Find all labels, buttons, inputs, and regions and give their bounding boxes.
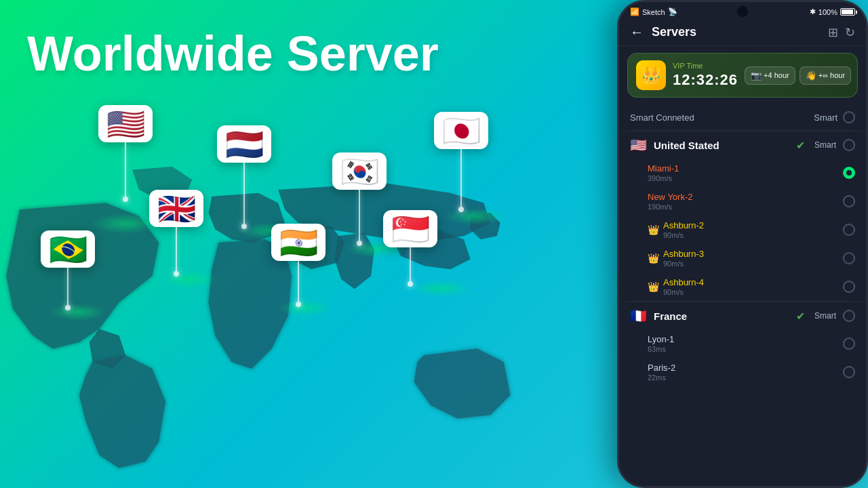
status-left: 📶 Sketch 📡 xyxy=(630,7,677,16)
status-app-name: Sketch xyxy=(642,8,665,16)
ashburn3-radio[interactable] xyxy=(843,252,855,264)
wave-icon: 👋 xyxy=(806,70,816,81)
flag-brazil: 🇧🇷 xyxy=(41,230,95,268)
paris2-speed: 22ms xyxy=(648,373,843,382)
status-right: ✱ 100% xyxy=(810,7,855,16)
lyon1-radio[interactable] xyxy=(843,338,855,350)
server-row-ashburn4[interactable]: 👑 Ashburn-4 90m/s xyxy=(619,272,866,301)
usa-country-name: United Stated xyxy=(654,140,789,151)
smart-connected-label: Smart Conneted xyxy=(630,113,694,123)
france-flag-icon: 🇫🇷 xyxy=(630,308,647,324)
ashburn4-vip-icon: 👑 xyxy=(648,281,659,292)
signal-icon: 📶 xyxy=(630,7,639,16)
flag-pin-brazil: 🇧🇷 xyxy=(41,230,95,310)
lyon1-name: Lyon-1 xyxy=(648,334,843,344)
ashburn4-name: Ashburn-4 xyxy=(663,277,843,287)
vip-info: VIP Time 12:32:26 xyxy=(673,62,738,89)
france-smart-label: Smart xyxy=(814,311,836,321)
ashburn2-info: Ashburn-2 90m/s xyxy=(663,220,843,239)
smart-connected-radio[interactable] xyxy=(843,111,855,123)
vip-add-4hour-button[interactable]: 📷 +4 hour xyxy=(745,66,795,85)
filter-icon[interactable]: ⊞ xyxy=(828,25,838,40)
nav-bar: ← Servers ⊞ ↻ xyxy=(619,19,866,46)
usa-checkmark: ✔ xyxy=(796,139,805,152)
usa-radio[interactable] xyxy=(843,139,855,151)
flag-pin-singapore: 🇸🇬 xyxy=(383,210,437,287)
ashburn4-speed: 90m/s xyxy=(663,288,843,296)
vip-add-infinite-button[interactable]: 👋 +∞ hour xyxy=(800,66,851,85)
battery-percent: 100% xyxy=(818,8,837,16)
newyork2-name: New York-2 xyxy=(648,192,843,202)
vip-btn1-label: +4 hour xyxy=(764,71,789,79)
bluetooth-icon: ✱ xyxy=(810,7,816,16)
miami1-radio[interactable] xyxy=(843,167,855,179)
flag-india: 🇮🇳 xyxy=(271,224,326,261)
newyork2-speed: 190m/s xyxy=(648,203,843,211)
flag-pin-uk: 🇬🇧 xyxy=(149,190,203,277)
back-button[interactable]: ← xyxy=(630,24,644,40)
france-radio[interactable] xyxy=(843,310,855,322)
left-section: Worldwide Server xyxy=(0,0,580,488)
miami1-info: Miami-1 390m/s xyxy=(648,163,843,182)
flag-pin-korea: 🇰🇷 xyxy=(332,152,387,246)
flag-usa: 🇺🇸 xyxy=(98,105,153,142)
flag-korea: 🇰🇷 xyxy=(332,152,387,190)
refresh-icon[interactable]: ↻ xyxy=(845,25,855,40)
server-row-newyork2[interactable]: New York-2 190m/s xyxy=(619,187,866,216)
server-row-miami1[interactable]: Miami-1 390m/s xyxy=(619,159,866,187)
country-row-usa[interactable]: 🇺🇸 United Stated ✔ Smart xyxy=(619,131,866,159)
vip-time: 12:32:26 xyxy=(673,71,738,89)
flag-japan: 🇯🇵 xyxy=(434,112,488,149)
camera-notch xyxy=(737,6,748,17)
ashburn3-info: Ashburn-3 90m/s xyxy=(663,249,843,268)
nav-title: Servers xyxy=(652,25,820,39)
vip-label: VIP Time xyxy=(673,62,738,70)
vip-buttons: 📷 +4 hour 👋 +∞ hour xyxy=(745,66,851,85)
vip-crown-icon: 👑 xyxy=(636,60,666,90)
wifi-icon: 📡 xyxy=(668,7,677,16)
usa-flag-icon: 🇺🇸 xyxy=(630,137,647,153)
server-list[interactable]: Smart Conneted Smart 🇺🇸 United Stated ✔ … xyxy=(619,104,866,486)
ashburn3-name: Ashburn-3 xyxy=(663,249,843,259)
server-row-ashburn2[interactable]: 👑 Ashburn-2 90m/s xyxy=(619,216,866,244)
country-row-france[interactable]: 🇫🇷 France ✔ Smart xyxy=(619,302,866,329)
smart-connected-right: Smart xyxy=(814,111,855,123)
ashburn3-speed: 90m/s xyxy=(663,260,843,268)
lyon1-info: Lyon-1 63ms xyxy=(648,334,843,353)
usa-smart-label: Smart xyxy=(814,140,836,150)
paris2-info: Paris-2 22ms xyxy=(648,363,843,382)
ashburn4-info: Ashburn-4 90m/s xyxy=(663,277,843,296)
camera-icon: 📷 xyxy=(751,70,762,81)
flag-netherlands: 🇳🇱 xyxy=(217,125,271,163)
ashburn4-radio[interactable] xyxy=(843,281,855,293)
server-row-ashburn3[interactable]: 👑 Ashburn-3 90m/s xyxy=(619,244,866,272)
flag-uk: 🇬🇧 xyxy=(149,190,203,227)
nav-icons: ⊞ ↻ xyxy=(828,25,855,40)
smart-connected-smart-label: Smart xyxy=(814,113,837,123)
ashburn2-name: Ashburn-2 xyxy=(663,220,843,230)
server-row-paris2[interactable]: Paris-2 22ms xyxy=(619,358,866,386)
miami1-name: Miami-1 xyxy=(648,163,843,174)
france-checkmark: ✔ xyxy=(796,310,805,323)
flag-pin-india: 🇮🇳 xyxy=(271,224,326,307)
phone-mockup: 📶 Sketch 📡 ✱ 100% ← Servers ⊞ ↻ 👑 VIP Ti… xyxy=(617,0,868,488)
vip-btn2-label: +∞ hour xyxy=(818,71,845,79)
battery-fill xyxy=(842,9,853,14)
ashburn2-radio[interactable] xyxy=(843,224,855,236)
ashburn2-vip-icon: 👑 xyxy=(648,224,659,235)
flag-pin-usa: 🇺🇸 xyxy=(98,105,153,202)
flag-singapore: 🇸🇬 xyxy=(383,210,437,247)
page-title: Worldwide Server xyxy=(27,27,439,81)
paris2-radio[interactable] xyxy=(843,366,855,378)
newyork2-info: New York-2 190m/s xyxy=(648,192,843,211)
france-country-name: France xyxy=(654,310,789,322)
smart-connected-header: Smart Conneted Smart xyxy=(619,104,866,130)
server-row-lyon1[interactable]: Lyon-1 63ms xyxy=(619,329,866,358)
paris2-name: Paris-2 xyxy=(648,363,843,373)
miami1-speed: 390m/s xyxy=(648,174,843,182)
ashburn2-speed: 90m/s xyxy=(663,231,843,239)
newyork2-radio[interactable] xyxy=(843,195,855,207)
vip-banner: 👑 VIP Time 12:32:26 📷 +4 hour 👋 +∞ hour xyxy=(627,53,858,98)
battery-icon xyxy=(840,8,855,16)
flag-pin-japan: 🇯🇵 xyxy=(434,112,488,212)
